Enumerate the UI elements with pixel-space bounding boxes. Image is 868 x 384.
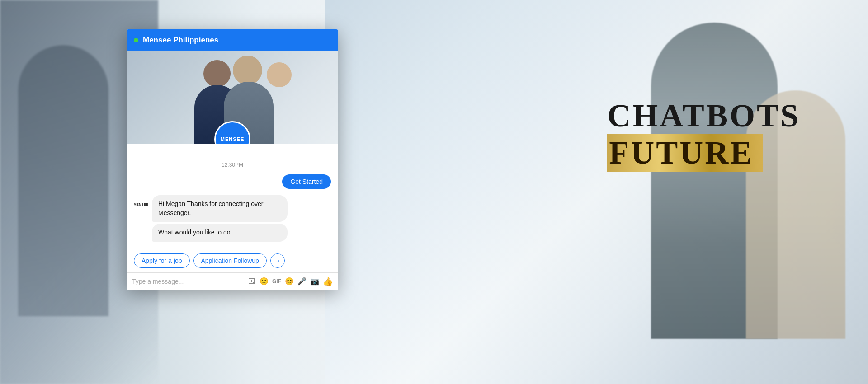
chat-body: 12:30PM Get Started MENSEE Hi Megan Than… [127,144,338,250]
mic-icon[interactable]: 🎤 [297,277,307,286]
get-started-row: Get Started [134,174,331,189]
future-banner: FUTURE [607,134,763,172]
gif-icon[interactable]: GIF [272,278,281,285]
chat-header: Mensee Philippienes [127,29,338,51]
right-text-block: CHATBOTS FUTURE [607,99,800,172]
like-icon[interactable]: 👍 [323,276,333,286]
bot-bubbles: Hi Megan Thanks for connecting over Mess… [152,195,288,242]
chat-header-title: Mensee Philippienes [143,36,218,45]
quick-reply-apply-job[interactable]: Apply for a job [134,253,190,268]
get-started-button[interactable]: Get Started [282,174,331,189]
hero-person-3 [258,62,303,144]
bot-bubble-2: What would you like to do [152,224,288,242]
bot-message-row: MENSEE Hi Megan Thanks for connecting ov… [134,195,331,242]
chat-timestamp: 12:30PM [134,162,331,168]
sticker-icon[interactable]: 🙂 [259,277,269,286]
bot-avatar-small: MENSEE [134,197,148,211]
attachment-icon[interactable]: 🖼 [249,277,256,286]
quick-reply-followup[interactable]: Application Followup [193,253,267,268]
camera-icon[interactable]: 📷 [310,277,319,286]
chat-hero-image: MENSEE [127,51,338,144]
chat-window: Mensee Philippienes MENSEE 12:30PM Get S… [127,29,338,290]
quick-replies-arrow[interactable]: → [270,253,285,268]
bot-bubble-1: Hi Megan Thanks for connecting over Mess… [152,195,288,222]
bg-right-person [461,0,868,384]
quick-replies-bar: Apply for a job Application Followup → [127,250,338,272]
chat-input-bar: 🖼 🙂 GIF 😊 🎤 📷 👍 [127,272,338,290]
emoji-icon[interactable]: 😊 [285,277,294,286]
message-input[interactable] [132,278,245,285]
chatbots-heading: CHATBOTS [607,99,800,132]
online-status-dot [134,38,138,42]
future-heading: FUTURE [609,135,754,171]
input-icons-group: 🖼 🙂 GIF 😊 🎤 📷 👍 [249,276,333,286]
